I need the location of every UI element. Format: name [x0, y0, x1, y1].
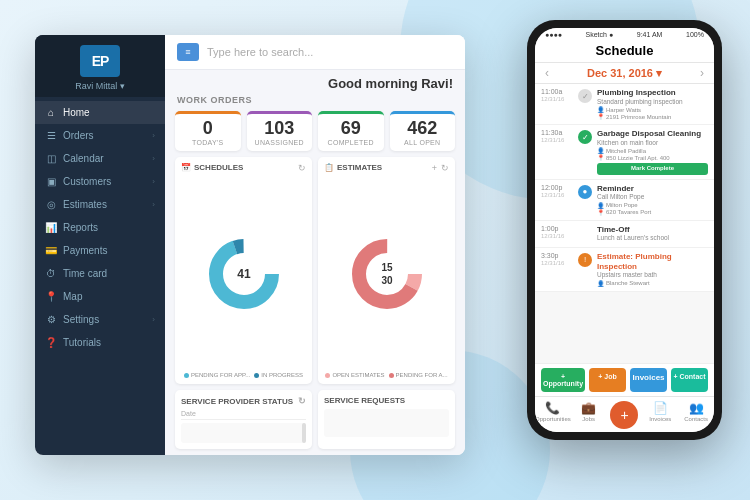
wo-card-today[interactable]: 0 TODAY'S	[175, 111, 241, 151]
nav-label-reports: Reports	[63, 222, 98, 233]
wo-card-completed[interactable]: 69 COMPLETED	[318, 111, 384, 151]
invoices-nav-icon: 📄	[653, 401, 668, 415]
nav-label-estimates: Estimates	[63, 199, 107, 210]
time-block-3: 12:00p 12/31/16	[541, 184, 573, 198]
wo-number-unassigned: 103	[251, 119, 309, 139]
tutorials-icon: ❓	[45, 337, 57, 348]
sidebar-item-timecard[interactable]: ⏱ Time card	[35, 262, 165, 285]
time-block-4: 1:00p 12/31/16	[541, 225, 573, 239]
sidebar-logo-area: EP Ravi Mittal ▾	[35, 35, 165, 97]
check-icon-5: !	[578, 253, 592, 267]
phone-nav-opportunities[interactable]: 📞 Opportunities	[535, 401, 571, 430]
time-100: 1:00p	[541, 225, 573, 233]
sidebar-item-home[interactable]: ⌂ Home	[35, 101, 165, 124]
schedule-content-5: Estimate: Plumbing Inspection Upstairs m…	[597, 252, 708, 287]
sidebar-username[interactable]: Ravi Mittal ▾	[75, 81, 125, 91]
estimates-chart-title: 📋 ESTIMATES	[324, 163, 382, 172]
schedules-donut-svg: 41	[204, 234, 284, 314]
item-meta-2: 👤 Mitchell Padilla	[597, 147, 708, 154]
wo-label-allopen: ALL OPEN	[394, 139, 452, 146]
add-center-button[interactable]: +	[610, 401, 638, 429]
svg-text:15: 15	[381, 262, 393, 273]
person-icon-5: 👤	[597, 280, 604, 287]
search-input[interactable]: Type here to search...	[207, 46, 453, 58]
phone-nav-invoices[interactable]: 📄 Invoices	[642, 401, 678, 430]
estimates-legend: OPEN ESTIMATES PENDING FOR A...	[324, 372, 449, 378]
svg-text:30: 30	[381, 275, 393, 286]
opportunity-button[interactable]: + Opportunity	[541, 368, 585, 392]
service-requests-title: SERVICE REQUESTS	[324, 396, 405, 405]
sidebar-item-settings[interactable]: ⚙ Settings ›	[35, 308, 165, 331]
next-date-button[interactable]: ›	[700, 66, 704, 80]
sidebar-item-map[interactable]: 📍 Map	[35, 285, 165, 308]
opportunities-nav-icon: 📞	[545, 401, 560, 415]
refresh-sp-icon[interactable]: ↻	[298, 396, 306, 406]
refresh-icon[interactable]: ↻	[298, 163, 306, 173]
mark-complete-button[interactable]: Mark Complete	[597, 163, 708, 175]
location-icon-3: 📍	[597, 209, 604, 216]
time-1100: 11:00a	[541, 88, 573, 96]
date-5: 12/31/16	[541, 260, 573, 266]
bottom-action-buttons: + Opportunity + Job Invoices + Contact	[535, 363, 714, 396]
timecard-icon: ⏱	[45, 268, 57, 279]
chevron-icon: ›	[152, 177, 155, 186]
sidebar-item-payments[interactable]: 💳 Payments	[35, 239, 165, 262]
item-meta-3: 👤 Milton Pope	[597, 202, 708, 209]
prev-date-button[interactable]: ‹	[545, 66, 549, 80]
contacts-nav-icon: 👥	[689, 401, 704, 415]
nav-label-payments: Payments	[63, 245, 107, 256]
wo-card-unassigned[interactable]: 103 UNASSIGNED	[247, 111, 313, 151]
map-icon: 📍	[45, 291, 57, 302]
wo-label-today: TODAY'S	[179, 139, 237, 146]
estimates-donut-container: 15 30	[324, 177, 449, 372]
date-navigation: ‹ Dec 31, 2016 ▾ ›	[535, 63, 714, 84]
schedule-item-plumbing[interactable]: 11:00a 12/31/16 ✓ Plumbing Inspection St…	[535, 84, 714, 125]
location-icon-2: 📍	[597, 154, 604, 161]
invoices-nav-label: Invoices	[649, 416, 671, 422]
check-icon-3: ●	[578, 185, 592, 199]
refresh-est-icon[interactable]: ↻	[441, 163, 449, 173]
sidebar-item-customers[interactable]: ▣ Customers ›	[35, 170, 165, 193]
logo-text: EP	[92, 53, 109, 69]
schedule-list: 11:00a 12/31/16 ✓ Plumbing Inspection St…	[535, 84, 714, 363]
sidebar-item-orders[interactable]: ☰ Orders ›	[35, 124, 165, 147]
phone-nav-contacts[interactable]: 👥 Contacts	[678, 401, 714, 430]
check-icon-4	[578, 226, 592, 240]
estimates-donut-svg: 15 30	[347, 234, 427, 314]
nav-label-home: Home	[63, 107, 90, 118]
phone-nav-add[interactable]: +	[607, 401, 643, 430]
schedule-item-reminder[interactable]: 12:00p 12/31/16 ● Reminder Call Milton P…	[535, 180, 714, 221]
wo-card-allopen[interactable]: 462 ALL OPEN	[390, 111, 456, 151]
sidebar-item-tutorials[interactable]: ❓ Tutorials	[35, 331, 165, 354]
home-icon: ⌂	[45, 107, 57, 118]
svg-point-4	[359, 246, 415, 302]
item-location-1: 📍 2191 Primrose Mountain	[597, 113, 708, 120]
contact-button[interactable]: + Contact	[671, 368, 708, 392]
phone-bottom-nav: 📞 Opportunities 💼 Jobs + 📄 Invoices 👥 Co…	[535, 396, 714, 432]
search-icon-button[interactable]: ≡	[177, 43, 199, 61]
job-button[interactable]: + Job	[589, 368, 626, 392]
app-logo: EP	[80, 45, 120, 77]
time-1130: 11:30a	[541, 129, 573, 137]
signal-strength: ●●●●	[545, 31, 562, 38]
schedule-item-estimate[interactable]: 3:30p 12/31/16 ! Estimate: Plumbing Insp…	[535, 248, 714, 292]
nav-label-map: Map	[63, 291, 82, 302]
sidebar-item-estimates[interactable]: ◎ Estimates ›	[35, 193, 165, 216]
location-2: 850 Lizzie Trail Apt. 400	[606, 155, 670, 161]
sidebar-item-reports[interactable]: 📊 Reports	[35, 216, 165, 239]
payments-icon: 💳	[45, 245, 57, 256]
phone-nav-jobs[interactable]: 💼 Jobs	[571, 401, 607, 430]
sidebar-item-calendar[interactable]: ◫ Calendar ›	[35, 147, 165, 170]
current-date[interactable]: Dec 31, 2016 ▾	[587, 67, 662, 80]
sidebar-nav: ⌂ Home ☰ Orders › ◫ Calendar ›	[35, 97, 165, 455]
invoice-button[interactable]: Invoices	[630, 368, 667, 392]
location-1: 2191 Primrose Mountain	[606, 114, 671, 120]
schedules-chart: 📅 SCHEDULES ↻ 41	[175, 157, 312, 384]
wo-label-completed: COMPLETED	[322, 139, 380, 146]
schedule-item-garbage[interactable]: 11:30a 12/31/16 ✓ Garbage Disposal Clean…	[535, 125, 714, 180]
orders-icon: ☰	[45, 130, 57, 141]
schedule-item-timeoff[interactable]: 1:00p 12/31/16 Time-Off Lunch at Lauren'…	[535, 221, 714, 248]
add-icon[interactable]: +	[432, 163, 437, 173]
main-content: ≡ Type here to search... Good morning Ra…	[165, 35, 465, 455]
reports-icon: 📊	[45, 222, 57, 233]
